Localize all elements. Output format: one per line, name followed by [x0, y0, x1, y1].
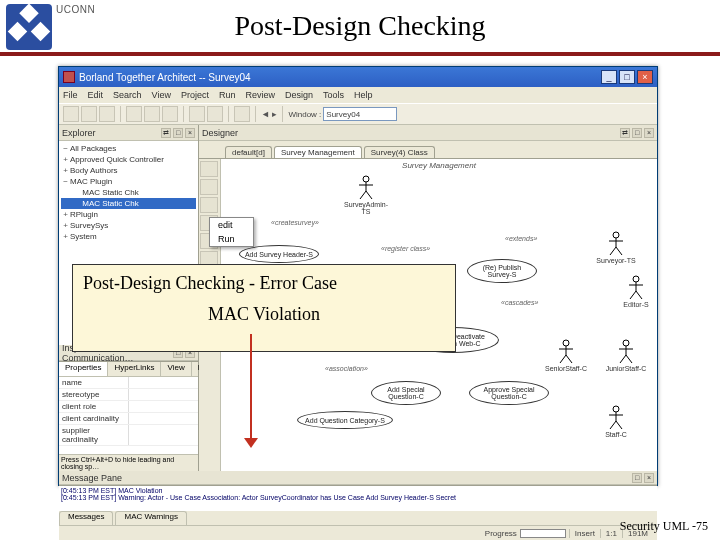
svg-point-3	[613, 232, 619, 238]
prop-val[interactable]	[129, 413, 198, 424]
svg-line-11	[630, 291, 636, 299]
menu-design[interactable]: Design	[285, 90, 313, 100]
titlebar[interactable]: Borland Together Architect -- Survey04 _…	[59, 67, 657, 87]
callout-arrow-head	[244, 438, 258, 448]
actor-senior[interactable]: SeniorStaff-C	[541, 339, 591, 372]
actor-surveyor[interactable]: Surveyor-TS	[591, 231, 641, 264]
menu-edit[interactable]: Edit	[88, 90, 104, 100]
tab-hyperlinks[interactable]: HyperLinks	[108, 362, 161, 376]
assoc-createsurvey: «createsurvey»	[271, 219, 319, 226]
msg-line: [0:45:13 PM EST] Warning: Actor - Use Ca…	[61, 494, 655, 501]
tree-item: −MAC Plugin	[61, 176, 196, 187]
svg-line-16	[560, 355, 566, 363]
ctx-run[interactable]: Run	[210, 232, 253, 246]
window-selector-value: Survey04	[326, 110, 360, 119]
usecase-approve-special[interactable]: Approve Special Question-C	[469, 381, 549, 405]
panel-min-icon[interactable]: □	[632, 473, 642, 483]
prop-val[interactable]	[129, 377, 198, 388]
msgpane-title: Message Pane	[62, 473, 122, 483]
designer-header: Designer ⇄ □ ×	[199, 125, 657, 141]
explorer-header: Explorer ⇄ □ ×	[59, 125, 198, 141]
slide-footer: Security UML -75	[620, 519, 708, 534]
tree-item: +Approved Quick Controller	[61, 154, 196, 165]
menubar: File Edit Search View Project Run Review…	[59, 87, 657, 103]
tab-view[interactable]: View	[161, 362, 191, 376]
prop-val[interactable]	[129, 389, 198, 400]
svg-line-26	[610, 421, 616, 429]
tab-survey-class[interactable]: Survey(4) Class	[364, 146, 435, 158]
actor-junior[interactable]: JuniorStaff-C	[601, 339, 651, 372]
assoc-registerclass: «register class»	[381, 245, 430, 252]
ctx-edit[interactable]: edit	[210, 218, 253, 232]
menu-help[interactable]: Help	[354, 90, 373, 100]
menu-search[interactable]: Search	[113, 90, 142, 100]
message-area[interactable]: [0:45:13 PM EST] MAC Violation [0:45:13 …	[59, 486, 657, 511]
panel-sync-icon[interactable]: ⇄	[161, 128, 171, 138]
menu-view[interactable]: View	[152, 90, 171, 100]
prop-key: name	[59, 377, 129, 388]
tree-item: +RPlugin	[61, 209, 196, 220]
tbtn-cut[interactable]	[126, 106, 142, 122]
tbtn-save[interactable]	[99, 106, 115, 122]
tree-item: +System	[61, 231, 196, 242]
close-button[interactable]: ×	[637, 70, 653, 84]
main-toolbar: ◄ ▸ Window : Survey04	[59, 103, 657, 125]
svg-line-6	[610, 247, 616, 255]
svg-line-32	[366, 191, 372, 199]
panel-min-icon[interactable]: □	[632, 128, 642, 138]
panel-close-icon[interactable]: ×	[644, 473, 654, 483]
history-nav[interactable]: ◄ ▸	[261, 109, 277, 119]
menu-review[interactable]: Review	[245, 90, 275, 100]
minimize-button[interactable]: _	[601, 70, 617, 84]
svg-rect-1	[8, 22, 28, 42]
prop-key: stereotype	[59, 389, 129, 400]
usecase-add-category[interactable]: Add Question Category-S	[297, 411, 393, 429]
properties-grid[interactable]: name stereotype client role client cardi…	[59, 377, 198, 454]
msg-line: [0:45:13 PM EST] MAC Violation	[61, 487, 655, 494]
window-selector[interactable]: Survey04	[323, 107, 397, 121]
actor-staff[interactable]: Staff-C	[591, 405, 641, 438]
palette-pointer[interactable]	[200, 161, 218, 177]
tab-survey-mgmt[interactable]: Survey Management	[274, 146, 362, 158]
tree-root: −All Packages	[61, 143, 196, 154]
menu-project[interactable]: Project	[181, 90, 209, 100]
usecase-add-special[interactable]: Add Special Question-C	[371, 381, 441, 405]
menu-tools[interactable]: Tools	[323, 90, 344, 100]
menu-file[interactable]: File	[63, 90, 78, 100]
maximize-button[interactable]: □	[619, 70, 635, 84]
msg-tab-messages[interactable]: Messages	[59, 511, 113, 525]
svg-point-23	[613, 406, 619, 412]
callout-line1: Post-Design Checking - Error Case	[83, 273, 445, 294]
panel-close-icon[interactable]: ×	[644, 128, 654, 138]
palette-usecase[interactable]	[200, 197, 218, 213]
tree-item: +Body Authors	[61, 165, 196, 176]
svg-line-17	[566, 355, 572, 363]
diagram-title: Survey Management	[221, 161, 657, 170]
prop-val[interactable]	[129, 401, 198, 412]
tbtn-undo[interactable]	[189, 106, 205, 122]
svg-line-22	[626, 355, 632, 363]
tbtn-paste[interactable]	[162, 106, 178, 122]
svg-line-27	[616, 421, 622, 429]
tbtn-redo[interactable]	[207, 106, 223, 122]
menu-run[interactable]: Run	[219, 90, 236, 100]
tbtn-new[interactable]	[63, 106, 79, 122]
tbtn-copy[interactable]	[144, 106, 160, 122]
svg-line-21	[620, 355, 626, 363]
usecase-publish[interactable]: (Re) Publish Survey-S	[467, 259, 537, 283]
prop-val[interactable]	[129, 425, 198, 445]
palette-actor[interactable]	[200, 179, 218, 195]
panel-min-icon[interactable]: □	[173, 128, 183, 138]
tbtn-run[interactable]	[234, 106, 250, 122]
msg-tab-warnings[interactable]: MAC Warnings	[115, 511, 187, 525]
svg-point-8	[633, 276, 639, 282]
tab-default[interactable]: default[d]	[225, 146, 272, 158]
actor-editor[interactable]: Editor-S	[611, 275, 657, 308]
panel-sync-icon[interactable]: ⇄	[620, 128, 630, 138]
actor-surveyadmin[interactable]: SurveyAdmin-TS	[341, 175, 391, 215]
callout-arrow	[250, 334, 252, 442]
tbtn-open[interactable]	[81, 106, 97, 122]
tab-properties[interactable]: Properties	[59, 362, 108, 376]
usecase-add-header[interactable]: Add Survey Header-S	[239, 245, 319, 263]
panel-close-icon[interactable]: ×	[185, 128, 195, 138]
